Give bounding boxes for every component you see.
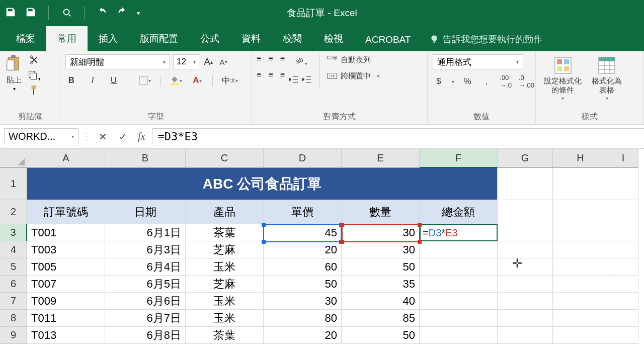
tab-insert[interactable]: 插入 (88, 26, 129, 51)
cell[interactable] (608, 241, 638, 258)
cell[interactable]: 20 (264, 327, 342, 344)
cell[interactable]: 玉米 (186, 310, 264, 327)
decrease-font-icon[interactable]: A▾ (217, 56, 229, 68)
cell[interactable]: 35 (342, 276, 420, 293)
align-center-icon[interactable]: ≡ (268, 70, 273, 79)
cell[interactable] (420, 276, 498, 293)
col-header[interactable]: A (27, 149, 105, 168)
align-right-icon[interactable]: ≡ (280, 70, 285, 79)
cell[interactable] (498, 241, 553, 258)
conditional-format-button[interactable]: 設定格式化 的條件▾ (541, 54, 585, 102)
decrease-indent-icon[interactable] (289, 74, 299, 86)
cell[interactable]: T013 (27, 327, 105, 344)
tell-me[interactable]: 告訴我您想要執行的動作 (422, 27, 550, 51)
cell[interactable]: 30 (342, 224, 420, 241)
cell[interactable]: 30 (264, 293, 342, 310)
orientation-icon[interactable]: ab▾ (294, 54, 307, 67)
fill-color-button[interactable]: ▾ (170, 74, 182, 86)
cell[interactable] (420, 241, 498, 258)
cell[interactable]: 茶葉 (186, 327, 264, 344)
title-cell[interactable]: ABC 公司食品訂單 (27, 168, 498, 200)
touch-mode-icon[interactable] (61, 7, 72, 20)
cell[interactable]: T011 (27, 310, 105, 327)
cell[interactable] (498, 327, 553, 344)
cell[interactable]: T003 (27, 241, 105, 258)
cell[interactable]: 50 (342, 327, 420, 344)
border-button[interactable]: ▾ (138, 74, 151, 86)
cell[interactable]: 6月3日 (105, 241, 186, 258)
cell[interactable]: 玉米 (186, 293, 264, 310)
row-header[interactable]: 8 (0, 310, 27, 327)
cell[interactable]: 50 (342, 258, 420, 276)
undo-icon[interactable] (97, 7, 108, 20)
cell[interactable] (553, 310, 608, 327)
row-header[interactable]: 9 (0, 327, 27, 344)
name-box[interactable]: WORKD...▾ (4, 128, 78, 145)
cell[interactable]: 6月4日 (105, 258, 186, 276)
cell[interactable] (498, 258, 553, 276)
cell[interactable]: 40 (342, 293, 420, 310)
increase-decimal-icon[interactable]: .00→.0 (500, 75, 512, 87)
number-format-select[interactable]: 通用格式▾ (433, 54, 523, 69)
increase-indent-icon[interactable] (302, 74, 312, 86)
cell[interactable]: 玉米 (186, 258, 264, 276)
align-top-icon[interactable]: ≡ (257, 54, 261, 63)
cell[interactable] (608, 310, 638, 327)
tab-home[interactable]: 常用 (46, 26, 88, 51)
col-header[interactable]: B (105, 149, 186, 168)
tab-view[interactable]: 檢視 (313, 26, 354, 51)
wrap-text-button[interactable]: 自動換列 (327, 54, 371, 65)
align-left-icon[interactable]: ≡ (257, 70, 261, 79)
cell[interactable] (498, 224, 553, 241)
formula-input[interactable]: =D3*E3 (152, 128, 644, 145)
cell[interactable] (553, 224, 608, 241)
tab-formulas[interactable]: 公式 (189, 26, 230, 51)
row-header[interactable]: 7 (0, 293, 27, 310)
tab-review[interactable]: 校閱 (272, 26, 313, 51)
row-header[interactable]: 2 (0, 200, 27, 224)
redo-icon[interactable] (117, 7, 128, 20)
tab-layout[interactable]: 版面配置 (129, 26, 189, 51)
cell[interactable] (498, 276, 553, 293)
cut-icon[interactable] (29, 54, 40, 67)
cell[interactable]: 60 (264, 258, 342, 276)
cell[interactable]: 6月1日 (105, 224, 186, 241)
percent-button[interactable]: % (461, 75, 473, 87)
worksheet-grid[interactable]: A B C D E F G H I 1 ABC 公司食品訂單 2 訂單號碼 日期… (0, 149, 644, 344)
cell[interactable] (553, 276, 608, 293)
cell[interactable] (420, 293, 498, 310)
align-bottom-icon[interactable]: ≡ (280, 54, 285, 63)
paste-button[interactable]: 貼上 ▾ (5, 54, 23, 92)
col-header[interactable]: H (553, 149, 608, 168)
cell[interactable] (498, 293, 553, 310)
underline-button[interactable]: U (108, 74, 120, 86)
cell[interactable]: 50 (264, 276, 342, 293)
cell[interactable] (608, 276, 638, 293)
qat-more-icon[interactable]: ▾ (137, 10, 140, 17)
cell[interactable] (553, 293, 608, 310)
tab-file[interactable]: 檔案 (5, 26, 46, 51)
cell[interactable]: 20 (264, 241, 342, 258)
cell[interactable]: 6月7日 (105, 310, 186, 327)
col-header[interactable]: E (342, 149, 420, 168)
align-middle-icon[interactable]: ≡ (268, 54, 273, 63)
bold-button[interactable]: B (65, 74, 77, 86)
italic-button[interactable]: I (87, 74, 99, 86)
header-cell[interactable]: 訂單號碼 (27, 200, 105, 224)
cell[interactable] (420, 327, 498, 344)
select-all-corner[interactable] (0, 149, 27, 168)
cell[interactable]: 茶葉 (186, 224, 264, 241)
font-name-select[interactable]: 新細明體▾ (65, 54, 170, 69)
cell[interactable]: T001 (27, 224, 105, 241)
format-as-table-button[interactable]: 格式化為 表格▾ (589, 54, 625, 102)
header-cell[interactable]: 單價 (264, 200, 342, 224)
cell[interactable]: T005 (27, 258, 105, 276)
font-size-select[interactable]: 12▾ (173, 54, 199, 69)
cell[interactable]: 芝麻 (186, 276, 264, 293)
header-cell[interactable]: 數量 (342, 200, 420, 224)
cancel-icon[interactable]: ✕ (98, 132, 108, 142)
row-header[interactable]: 6 (0, 276, 27, 293)
cell[interactable]: 芝麻 (186, 241, 264, 258)
cell[interactable] (608, 327, 638, 344)
cell[interactable]: 85 (342, 310, 420, 327)
